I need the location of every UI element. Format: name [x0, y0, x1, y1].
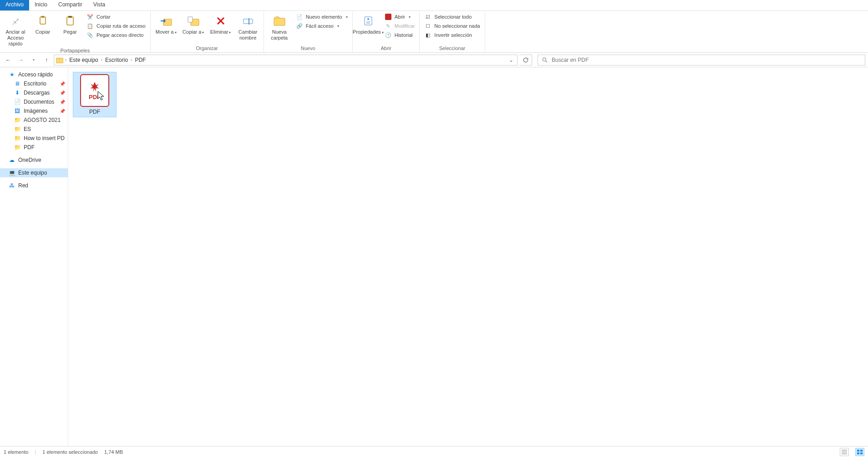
group-label-new: Nuevo — [267, 45, 350, 52]
pin-icon — [8, 14, 23, 28]
chevron-right-icon[interactable]: › — [131, 57, 132, 62]
sidebar-folder-pdf[interactable]: 📁 PDF — [0, 143, 68, 152]
document-icon: 📄 — [14, 98, 21, 105]
folder-icon: 📁 — [14, 116, 21, 124]
delete-icon — [213, 14, 228, 28]
select-all-button[interactable]: ☑ Seleccionar todo — [422, 13, 482, 21]
group-label-open: Abrir — [355, 45, 417, 52]
status-selected-count: 1 elemento seleccionado — [42, 449, 98, 455]
select-none-icon: ☐ — [424, 22, 431, 30]
group-new: Nueva carpeta 📄 Nuevo elemento▾ 🔗 Fácil … — [264, 11, 353, 52]
refresh-button[interactable] — [519, 55, 532, 65]
search-input[interactable] — [552, 57, 861, 63]
select-none-button[interactable]: ☐ No seleccionar nada — [422, 22, 482, 30]
svg-rect-0 — [40, 17, 46, 24]
file-list[interactable]: PDF PDF — [68, 67, 868, 446]
forward-button[interactable]: → — [15, 55, 26, 65]
rename-button[interactable]: Cambiar nombre — [235, 12, 261, 41]
pdf-file-icon: PDF — [80, 74, 109, 107]
sidebar-this-pc[interactable]: 💻 Este equipo — [0, 168, 68, 177]
search-box[interactable] — [538, 55, 865, 65]
address-dropdown[interactable]: ⌄ — [507, 57, 515, 63]
svg-rect-22 — [860, 452, 863, 454]
pin-quick-access-button[interactable]: Anclar al Acceso rápido — [3, 12, 28, 47]
chevron-down-icon: ▾ — [409, 15, 411, 19]
cut-button[interactable]: ✂️ Cortar — [85, 13, 147, 21]
svg-rect-12 — [385, 14, 391, 20]
copy-to-button[interactable]: Copiar a▾ — [181, 12, 206, 35]
back-button[interactable]: ← — [3, 55, 14, 65]
view-icons-button[interactable] — [855, 448, 864, 456]
navigation-pane: ★ Acceso rápido 🖥 Escritorio 📌 ⬇ Descarg… — [0, 67, 68, 446]
sidebar-folder-agosto[interactable]: 📁 AGOSTO 2021 — [0, 116, 68, 125]
cloud-icon: ☁ — [8, 156, 15, 164]
chevron-right-icon[interactable]: › — [65, 57, 66, 62]
sidebar-folder-howto[interactable]: 📁 How to insert PDF in — [0, 134, 68, 143]
breadcrumb-item[interactable]: PDF — [134, 57, 147, 63]
folder-icon — [56, 57, 63, 63]
breadcrumb-item[interactable]: Este equipo — [68, 57, 99, 63]
chevron-down-icon: ▾ — [346, 15, 348, 19]
select-all-icon: ☑ — [424, 13, 431, 20]
invert-selection-button[interactable]: ◧ Invertir selección — [422, 31, 482, 39]
paste-shortcut-button[interactable]: 📎 Pegar acceso directo — [85, 31, 147, 39]
tab-file[interactable]: Archivo — [0, 0, 29, 10]
view-details-button[interactable] — [840, 448, 849, 456]
open-icon — [385, 13, 392, 20]
sidebar-folder-es[interactable]: 📁 ES — [0, 125, 68, 134]
svg-rect-1 — [41, 16, 44, 18]
svg-rect-6 — [188, 17, 193, 22]
network-icon: 🖧 — [8, 182, 15, 189]
properties-button[interactable]: Propiedades▾ — [355, 12, 381, 35]
group-label-clipboard: Portapapeles — [3, 47, 147, 55]
address-bar[interactable]: › Este equipo › Escritorio › PDF ⌄ — [54, 55, 518, 65]
file-item-pdf[interactable]: PDF PDF — [73, 72, 117, 117]
svg-line-15 — [546, 60, 548, 62]
up-button[interactable]: ↑ — [41, 55, 52, 65]
folder-icon: 📁 — [14, 126, 21, 133]
group-select: ☑ Seleccionar todo ☐ No seleccionar nada… — [420, 11, 485, 52]
new-item-button[interactable]: 📄 Nuevo elemento▾ — [294, 13, 350, 21]
chevron-down-icon: ▾ — [202, 30, 204, 35]
tab-view[interactable]: Vista — [88, 0, 111, 10]
sidebar-quick-access[interactable]: ★ Acceso rápido — [0, 70, 68, 79]
paste-button[interactable]: Pegar — [57, 12, 83, 35]
sidebar-pictures[interactable]: 🖼 Imágenes 📌 — [0, 106, 68, 116]
shortcut-icon: 📎 — [86, 31, 94, 39]
rename-icon — [241, 14, 255, 28]
open-button[interactable]: Abrir▾ — [383, 13, 417, 21]
sidebar-documents[interactable]: 📄 Documentos 📌 — [0, 97, 68, 106]
copy-path-button[interactable]: 📋 Copiar ruta de acceso — [85, 22, 147, 30]
recent-dropdown[interactable]: ▾ — [28, 55, 39, 65]
copy-icon — [36, 14, 50, 28]
svg-rect-20 — [860, 450, 863, 452]
chevron-right-icon[interactable]: › — [101, 57, 102, 62]
copy-to-icon — [186, 14, 201, 28]
ribbon: Anclar al Acceso rápido Copiar Pegar ✂️ … — [0, 11, 868, 53]
svg-point-14 — [543, 58, 546, 61]
delete-button[interactable]: Eliminar▾ — [208, 12, 233, 35]
sidebar-downloads[interactable]: ⬇ Descargas 📌 — [0, 88, 68, 97]
address-row: ← → ▾ ↑ › Este equipo › Escritorio › PDF… — [0, 53, 868, 67]
move-icon — [159, 14, 173, 28]
tab-home[interactable]: Inicio — [29, 0, 53, 10]
copy-button[interactable]: Copiar — [30, 12, 56, 35]
modify-button[interactable]: ✎ Modificar — [383, 22, 417, 30]
sidebar-network[interactable]: 🖧 Red — [0, 181, 68, 190]
breadcrumb-item[interactable]: Escritorio — [104, 57, 129, 63]
svg-point-11 — [367, 18, 369, 20]
pin-icon: 📌 — [60, 90, 65, 95]
status-size: 1,74 MB — [104, 449, 123, 455]
easy-access-button[interactable]: 🔗 Fácil acceso▾ — [294, 22, 350, 30]
move-to-button[interactable]: Mover a▾ — [153, 12, 179, 35]
tab-share[interactable]: Compartir — [53, 0, 88, 10]
history-button[interactable]: 🕑 Historial — [383, 31, 417, 39]
svg-rect-10 — [365, 17, 372, 25]
sidebar-onedrive[interactable]: ☁ OneDrive — [0, 156, 68, 165]
group-open: Propiedades▾ Abrir▾ ✎ Modificar 🕑 Histor… — [353, 11, 420, 52]
pin-icon: 📌 — [60, 109, 65, 114]
ribbon-tabs: Archivo Inicio Compartir Vista — [0, 0, 868, 11]
new-folder-button[interactable]: Nueva carpeta — [267, 12, 292, 41]
sidebar-desktop[interactable]: 🖥 Escritorio 📌 — [0, 79, 68, 88]
folder-icon: 📁 — [14, 144, 21, 151]
